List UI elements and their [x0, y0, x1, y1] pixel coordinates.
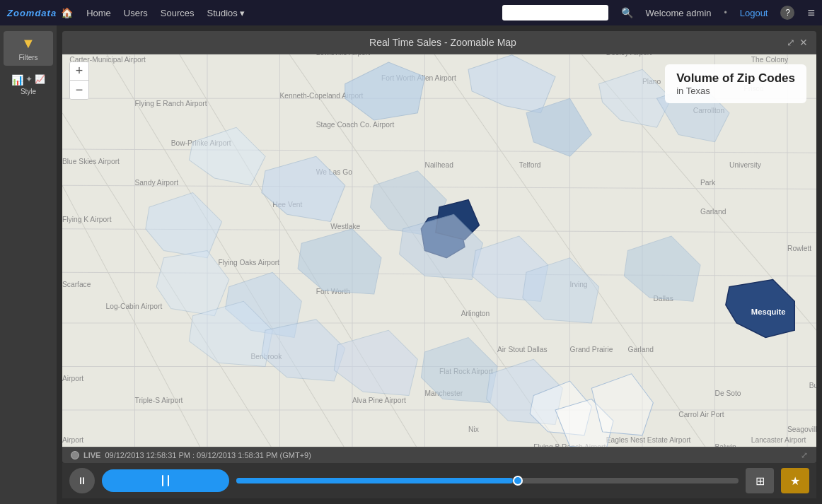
- menu-button[interactable]: ≡: [807, 6, 815, 20]
- svg-text:University: University: [729, 161, 762, 169]
- sidebar-style[interactable]: 📊 ✦ 📈 Style: [4, 70, 53, 100]
- svg-text:Westlake: Westlake: [330, 223, 360, 230]
- brand: Zoomdata 🏠: [7, 7, 74, 18]
- svg-text:Airport: Airport: [62, 375, 83, 382]
- svg-text:Arlington: Arlington: [461, 310, 490, 317]
- nav-sources[interactable]: Sources: [161, 8, 195, 18]
- chart-controls: ⤢ ✕: [787, 37, 808, 48]
- svg-text:Seagoville Airport: Seagoville Airport: [787, 426, 816, 433]
- search-button[interactable]: 🔍: [621, 7, 633, 18]
- navbar: Zoomdata 🏠 Home Users Sources Studios ▾ …: [0, 0, 822, 25]
- zoom-out-button[interactable]: −: [70, 81, 88, 99]
- style-label: Style: [21, 88, 36, 95]
- brand-logo: Zoomdata: [7, 8, 57, 18]
- svg-text:Log-Cabin Airport: Log-Cabin Airport: [106, 303, 163, 310]
- close-button[interactable]: ✕: [799, 37, 808, 48]
- svg-text:Carrol Air Port: Carrol Air Port: [678, 411, 724, 418]
- svg-text:Telford: Telford: [519, 161, 541, 169]
- svg-text:Rowlett: Rowlett: [787, 245, 811, 252]
- svg-text:Park: Park: [700, 179, 716, 187]
- svg-text:Airport: Airport: [62, 436, 83, 444]
- grid-icon: ⊞: [756, 474, 765, 488]
- main-layout: ▼ Filters 📊 ✦ 📈 Style Real Time Sales - …: [0, 25, 822, 504]
- pause-button[interactable]: ⏸: [69, 468, 95, 493]
- star-button[interactable]: ★: [781, 468, 809, 493]
- chart-panel: Real Time Sales - Zoomable Map ⤢ ✕: [62, 31, 816, 463]
- play-area[interactable]: [102, 469, 229, 492]
- live-label: LIVE: [83, 451, 100, 459]
- chart-header: Real Time Sales - Zoomable Map ⤢ ✕: [62, 31, 816, 54]
- svg-text:Garland: Garland: [700, 208, 727, 216]
- line-chart-icon: 📈: [35, 74, 45, 86]
- star-icon: ★: [790, 474, 800, 488]
- chart-title: Real Time Sales - Zoomable Map: [99, 37, 787, 48]
- nav-studios[interactable]: Studios ▾: [207, 8, 244, 18]
- svg-text:De Soto: De Soto: [715, 389, 741, 397]
- svg-text:Blue Skies Airport: Blue Skies Airport: [62, 158, 120, 165]
- svg-text:Dooley Airport: Dooley Airport: [606, 54, 652, 57]
- nav-users[interactable]: Users: [124, 8, 148, 18]
- zoom-controls: + −: [69, 61, 89, 100]
- svg-text:Sandy Airport: Sandy Airport: [135, 179, 179, 187]
- help-button[interactable]: ?: [780, 6, 794, 20]
- svg-text:Mesquite: Mesquite: [751, 307, 786, 316]
- separator: •: [724, 8, 727, 18]
- expand-icon: ⤢: [801, 450, 808, 460]
- legend-subtitle: in Texas: [676, 86, 795, 96]
- filters-label: Filters: [18, 54, 37, 61]
- svg-text:Garland: Garland: [628, 346, 654, 353]
- progress-thumb[interactable]: [513, 476, 523, 486]
- search-input[interactable]: [502, 5, 608, 20]
- svg-text:Balwin: Balwin: [715, 443, 736, 447]
- svg-text:The Colony: The Colony: [751, 56, 789, 64]
- play-bar-2: [168, 475, 169, 486]
- svg-text:Stage Coach Co. Airport: Stage Coach Co. Airport: [316, 121, 395, 129]
- nav-home[interactable]: Home: [86, 8, 111, 18]
- svg-text:Lewisville Airport: Lewisville Airport: [316, 54, 370, 57]
- svg-text:Alva Pine Airport: Alva Pine Airport: [352, 397, 406, 404]
- svg-text:Flying E Ranch Airport: Flying E Ranch Airport: [135, 100, 207, 107]
- progress-bar[interactable]: [236, 478, 739, 484]
- bar-chart-icon: 📊: [11, 74, 23, 86]
- map-svg: Carter-Municipal Airport Lewisville Airp…: [62, 54, 816, 447]
- play-bar-1: [162, 475, 163, 486]
- svg-text:Lancaster Airport: Lancaster Airport: [751, 436, 806, 444]
- svg-text:Scarface: Scarface: [62, 281, 91, 288]
- chevron-down-icon: ▾: [240, 8, 245, 18]
- timestamp: 09/12/2013 12:58:31 PM : 09/12/2013 1:58…: [105, 451, 311, 459]
- svg-text:Eagles Nest Estate Airport: Eagles Nest Estate Airport: [606, 436, 691, 444]
- svg-text:Triple-S Airport: Triple-S Airport: [135, 397, 183, 404]
- content-area: Real Time Sales - Zoomable Map ⤢ ✕: [57, 25, 822, 504]
- sidebar-filters[interactable]: ▼ Filters: [4, 31, 53, 66]
- bottom-toolbar: ⏸ ⊞ ★: [62, 463, 816, 498]
- legend-title: Volume of Zip Codes: [676, 71, 795, 86]
- map-container[interactable]: Carter-Municipal Airport Lewisville Airp…: [62, 54, 816, 447]
- status-bar: LIVE 09/12/2013 12:58:31 PM : 09/12/2013…: [62, 447, 816, 463]
- pause-icon: ⏸: [77, 475, 87, 486]
- svg-text:Flying K Airport: Flying K Airport: [62, 216, 112, 223]
- sidebar: ▼ Filters 📊 ✦ 📈 Style: [0, 25, 57, 504]
- zoom-in-button[interactable]: +: [70, 62, 88, 81]
- svg-text:Nailhead: Nailhead: [425, 161, 454, 169]
- scatter-icon: ✦: [25, 74, 33, 86]
- svg-text:Flying Oaks Airport: Flying Oaks Airport: [218, 259, 279, 266]
- welcome-text: Welcome admin: [646, 8, 712, 18]
- legend-box: Volume of Zip Codes in Texas: [665, 64, 806, 103]
- live-indicator: [71, 451, 79, 459]
- svg-text:Grand Prairie: Grand Prairie: [570, 346, 613, 353]
- home-icon[interactable]: 🏠: [61, 7, 74, 18]
- expand-button[interactable]: ⤢: [787, 37, 795, 48]
- svg-text:Air Stout Dallas: Air Stout Dallas: [497, 346, 548, 353]
- svg-text:Nix: Nix: [468, 426, 480, 433]
- filter-icon: ▼: [21, 35, 35, 52]
- progress-fill: [236, 478, 513, 484]
- svg-text:Burnett: Burnett: [809, 382, 816, 389]
- logout-link[interactable]: Logout: [740, 8, 768, 18]
- grid-button[interactable]: ⊞: [746, 468, 774, 493]
